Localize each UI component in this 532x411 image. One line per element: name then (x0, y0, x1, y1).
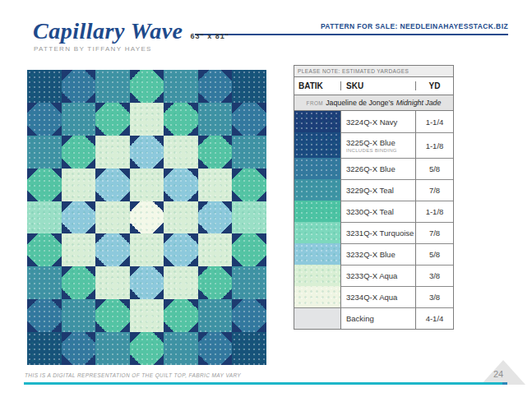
table-note: PLEASE NOTE: ESTIMATED YARDAGES (294, 66, 453, 77)
table-row: 3234Q-X Aqua3/8 (294, 286, 453, 307)
table-row: Backing4-1/4 (294, 307, 453, 329)
quilt-block-r5c5 (198, 233, 233, 266)
quilt-block-r2c2 (95, 136, 130, 169)
quilt-block-r0c0 (27, 70, 62, 103)
quilt-block-r2c4 (164, 136, 198, 169)
quilt-block-r4c6 (232, 201, 266, 234)
light-blue-paisley-batik-swatch (294, 243, 340, 265)
quilt-block-r3c1 (62, 169, 96, 201)
quilt-block-r7c2 (95, 299, 130, 332)
sku-label: 3224Q-X Navy (346, 118, 415, 127)
yardage-cell: 7/8 (415, 179, 453, 201)
quilt-block-r1c6 (232, 103, 266, 136)
quilt-block-r2c0 (27, 136, 62, 169)
sku-cell: 3230Q-X Teal (340, 201, 415, 222)
quilt-block-r5c1 (62, 233, 96, 266)
backing-swatch (294, 307, 340, 329)
quilt-block-r6c3 (130, 266, 164, 299)
disclaimer-text: THIS IS A DIGITAL REPRESENTATION OF THE … (25, 372, 241, 378)
quilt-block-r3c5 (198, 169, 233, 201)
yardage-cell: 1-1/4 (415, 111, 453, 132)
quilt-block-r6c4 (164, 266, 198, 299)
quilt-block-r1c4 (164, 103, 198, 136)
sku-label: 3226Q-X Blue (346, 164, 415, 173)
sku-cell: 3233Q-X Aqua (340, 265, 415, 286)
quilt-block-r3c4 (164, 169, 198, 201)
quilt-block-r0c5 (198, 70, 233, 103)
quilt-block-r5c0 (27, 233, 62, 266)
quilt-block-r1c0 (27, 103, 62, 136)
yardage-cell: 7/8 (415, 222, 453, 243)
teal-batik-swatch (294, 179, 340, 201)
quilt-block-r0c6 (232, 70, 266, 103)
yardage-cell: 3/8 (415, 265, 453, 286)
pattern-for-sale-link[interactable]: PATTERN FOR SALE: NEEDLEINAHAYESSTACK.BI… (321, 22, 508, 30)
table-row: 3229Q-X Teal7/8 (294, 179, 453, 201)
quilt-block-r0c4 (164, 70, 198, 103)
yardage-cell: 5/8 (415, 243, 453, 265)
navy-dot-batik-swatch (294, 132, 340, 158)
yardage-table: PLEASE NOTE: ESTIMATED YARDAGES BATIK SK… (294, 65, 454, 330)
sku-label: 3232Q-X Blue (346, 250, 415, 259)
quilt-block-r7c5 (198, 299, 233, 332)
quilt-block-r6c5 (198, 266, 233, 299)
page-title: Capillary Wave (33, 18, 183, 44)
sku-cell: Backing (340, 307, 415, 329)
quilt-block-r5c2 (95, 233, 130, 266)
sku-label: 3233Q-X Aqua (346, 271, 415, 280)
column-header-sku: SKU (340, 81, 415, 90)
yardage-cell: 1-1/8 (415, 201, 453, 222)
collection-designer: Jaqueline de Jonge’s (326, 99, 394, 107)
quilt-block-r1c1 (62, 103, 96, 136)
table-row: 3226Q-X Blue5/8 (294, 158, 453, 179)
quilt-block-r8c0 (27, 332, 62, 365)
quilt-block-r2c3 (130, 136, 164, 169)
quilt-block-r8c1 (62, 332, 96, 365)
sku-cell: 3234Q-X Aqua (340, 286, 415, 307)
quilt-block-r8c6 (232, 332, 266, 365)
collection-prefix: FROM (307, 100, 324, 106)
sku-label: 3231Q-X Turquoise (346, 229, 415, 238)
quilt-block-r8c2 (95, 332, 130, 365)
page-number: 24 (493, 369, 503, 379)
quilt-block-r6c6 (232, 266, 266, 299)
quilt-block-r4c2 (95, 201, 130, 234)
header-divider-line (195, 34, 508, 35)
quilt-block-r5c3 (130, 233, 164, 266)
quilt-block-r0c1 (62, 70, 96, 103)
quilt-block-r7c1 (62, 299, 96, 332)
sku-cell: 3225Q-X BlueINCLUDES BINDING (340, 132, 415, 158)
sku-label: 3225Q-X Blue (346, 138, 415, 147)
table-row: 3231Q-X Turquoise7/8 (294, 222, 453, 243)
quilt-block-r6c0 (27, 266, 62, 299)
quilt-block-r4c1 (62, 201, 96, 234)
quilt-block-r0c2 (95, 70, 130, 103)
quilt-block-r3c6 (232, 169, 266, 201)
header-title-row: Capillary Wave 63" x 81" (33, 18, 229, 44)
quilt-block-r2c6 (232, 136, 266, 169)
quilt-block-r4c5 (198, 201, 233, 234)
yardage-cell: 5/8 (415, 158, 453, 179)
pattern-byline: PATTERN BY TIFFANY HAYES (34, 45, 152, 53)
sku-label: 3234Q-X Aqua (346, 293, 415, 302)
table-row: 3224Q-X Navy1-1/4 (294, 111, 453, 132)
footer-rule-main (24, 382, 502, 385)
quilt-dimensions: 63" x 81" (191, 32, 230, 40)
quilt-block-r2c1 (62, 136, 96, 169)
sku-cell: 3231Q-X Turquoise (340, 222, 415, 243)
quilt-block-r3c3 (130, 169, 164, 201)
footer-accent-rule (24, 382, 507, 385)
pale-aqua-batik-swatch (294, 286, 340, 307)
aqua-teal-batik-swatch (294, 201, 340, 222)
quilt-block-r7c3 (130, 299, 164, 332)
sku-label: 3230Q-X Teal (346, 207, 415, 216)
sku-sub-note: INCLUDES BINDING (346, 148, 415, 153)
quilt-block-r7c6 (232, 299, 266, 332)
quilt-block-r4c0 (27, 201, 62, 234)
quilt-block-r1c5 (198, 103, 233, 136)
column-header-batik: BATIK (294, 81, 340, 90)
yardage-cell: 1-1/8 (415, 132, 453, 158)
table-row: 3225Q-X BlueINCLUDES BINDING1-1/8 (294, 132, 453, 158)
quilt-block-r8c5 (198, 332, 233, 365)
table-row: 3233Q-X Aqua3/8 (294, 265, 453, 286)
